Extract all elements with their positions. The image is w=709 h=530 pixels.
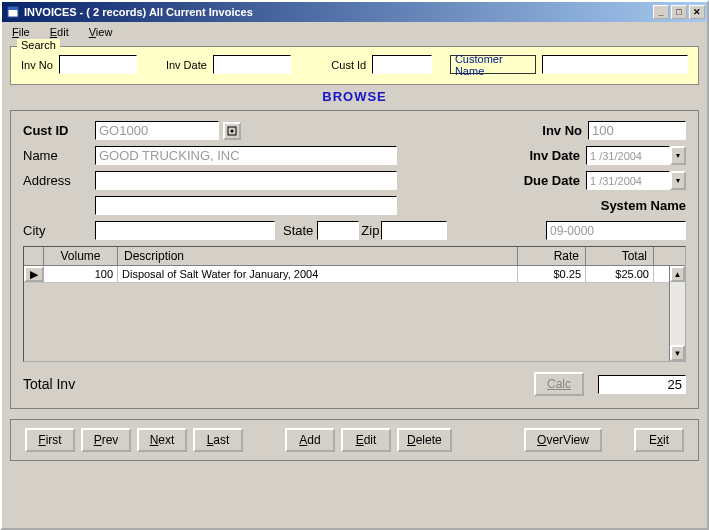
titlebar: INVOICES - ( 2 records) All Current Invo…: [2, 2, 707, 22]
systemname-field: [546, 221, 686, 240]
svg-rect-1: [8, 7, 18, 10]
zip-label: Zip: [361, 223, 379, 238]
app-icon: [6, 5, 20, 19]
browse-label: BROWSE: [10, 89, 699, 104]
address2-field[interactable]: [95, 196, 397, 215]
col-description: Description: [118, 247, 518, 265]
search-invno-input[interactable]: [59, 55, 137, 74]
duedate-label: Due Date: [510, 173, 580, 188]
invno-field: [588, 121, 686, 140]
col-volume: Volume: [44, 247, 118, 265]
search-panel: Search Inv No Inv Date Cust Id Customer …: [10, 46, 699, 85]
last-button[interactable]: Last: [193, 428, 243, 452]
zip-field[interactable]: [381, 221, 447, 240]
prev-button[interactable]: Prev: [81, 428, 131, 452]
nav-bar: First Prev Next Last Add Edit Delete Ove…: [10, 419, 699, 461]
next-button[interactable]: Next: [137, 428, 187, 452]
cell-volume: 100: [44, 266, 118, 282]
col-total: Total: [586, 247, 654, 265]
minimize-button[interactable]: _: [653, 5, 669, 19]
duedate-field: [586, 171, 670, 190]
systemname-label: System Name: [601, 198, 686, 213]
name-field: [95, 146, 397, 165]
window: INVOICES - ( 2 records) All Current Invo…: [0, 0, 709, 530]
col-rate: Rate: [518, 247, 586, 265]
duedate-picker[interactable]: ▾: [586, 171, 686, 190]
totalinv-value: [598, 375, 686, 394]
window-buttons: _ □ ✕: [653, 5, 705, 19]
scroll-up-icon[interactable]: ▲: [670, 266, 685, 282]
search-custid-label: Cust Id: [331, 59, 366, 71]
search-custname-label: Customer Name: [450, 55, 536, 74]
grid-body: ▶ 100 Disposal of Salt Water for January…: [24, 266, 685, 283]
edit-button[interactable]: Edit: [341, 428, 391, 452]
add-button[interactable]: Add: [285, 428, 335, 452]
invno-label: Inv No: [512, 123, 582, 138]
lineitem-grid[interactable]: Volume Description Rate Total ▶ 100 Disp…: [23, 246, 686, 362]
delete-button[interactable]: Delete: [397, 428, 452, 452]
search-invdate-label: Inv Date: [166, 59, 207, 71]
address1-field[interactable]: [95, 171, 397, 190]
city-label: City: [23, 223, 95, 238]
custid-label: Cust ID: [23, 123, 95, 138]
overview-button[interactable]: OverView: [524, 428, 602, 452]
menu-edit[interactable]: Edit: [44, 24, 75, 40]
invoice-panel: Cust ID Inv No Name Inv Date ▾: [10, 110, 699, 409]
invdate-picker[interactable]: ▾: [586, 146, 686, 165]
custid-field: [95, 121, 219, 140]
state-label: State: [283, 223, 313, 238]
chevron-down-icon[interactable]: ▾: [670, 146, 686, 165]
table-row[interactable]: ▶ 100 Disposal of Salt Water for January…: [24, 266, 685, 283]
svg-point-3: [231, 129, 234, 132]
custid-lookup-button[interactable]: [223, 122, 241, 140]
window-title: INVOICES - ( 2 records) All Current Invo…: [24, 6, 653, 18]
exit-button[interactable]: Exit: [634, 428, 684, 452]
maximize-button[interactable]: □: [671, 5, 687, 19]
invdate-field: [586, 146, 670, 165]
row-pointer-icon: ▶: [24, 266, 44, 282]
search-invdate-input[interactable]: [213, 55, 291, 74]
cell-description: Disposal of Salt Water for January, 2004: [118, 266, 518, 282]
name-label: Name: [23, 148, 95, 163]
state-field[interactable]: [317, 221, 359, 240]
cell-total: $25.00: [586, 266, 654, 282]
close-button[interactable]: ✕: [689, 5, 705, 19]
menu-view[interactable]: View: [83, 24, 119, 40]
first-button[interactable]: First: [25, 428, 75, 452]
search-legend: Search: [17, 39, 60, 51]
city-field[interactable]: [95, 221, 275, 240]
search-custid-input[interactable]: [372, 55, 432, 74]
grid-header: Volume Description Rate Total: [24, 247, 685, 266]
search-invno-label: Inv No: [21, 59, 53, 71]
address-label: Address: [23, 173, 95, 188]
cell-rate: $0.25: [518, 266, 586, 282]
menu-file[interactable]: File: [6, 24, 36, 40]
scroll-down-icon[interactable]: ▼: [670, 345, 685, 361]
totalinv-label: Total Inv: [23, 376, 75, 392]
invdate-label: Inv Date: [510, 148, 580, 163]
search-custname-input[interactable]: [542, 55, 688, 74]
menubar: File Edit View: [2, 22, 707, 42]
client-area: Search Inv No Inv Date Cust Id Customer …: [2, 42, 707, 469]
grid-scrollbar[interactable]: ▲ ▼: [669, 266, 685, 361]
calc-button[interactable]: Calc: [534, 372, 584, 396]
chevron-down-icon[interactable]: ▾: [670, 171, 686, 190]
